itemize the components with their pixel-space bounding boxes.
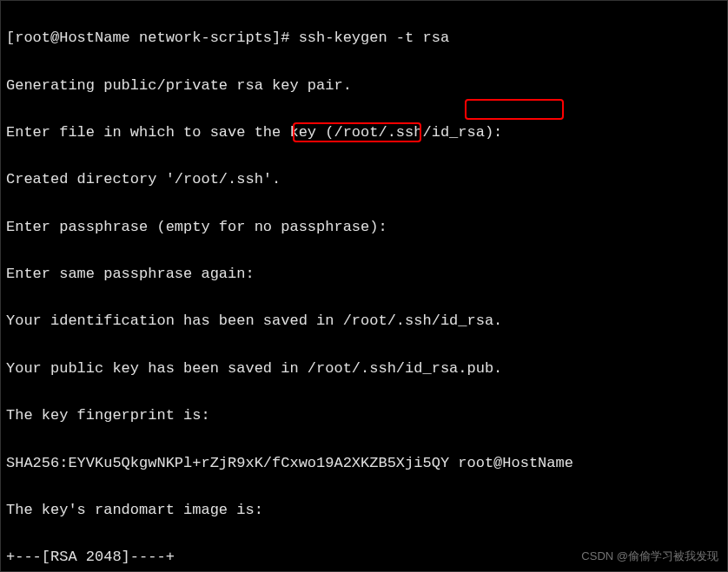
terminal-line: SHA256:EYVKu5QkgwNKPl+rZjR9xK/fCxwo19A2X… (6, 451, 722, 475)
terminal-line: Your identification has been saved in /r… (6, 309, 722, 332)
terminal-line: [root@HostName network-scripts]# ssh-key… (6, 26, 722, 49)
terminal-line: The key fingerprint is: (6, 404, 722, 427)
terminal-line: The key's randomart image is: (6, 498, 722, 522)
terminal-line: Enter file in which to save the key (/ro… (6, 121, 722, 144)
watermark-text: CSDN @偷偷学习被我发现 (581, 548, 718, 566)
terminal-line: Your public key has been saved in /root/… (6, 357, 722, 380)
terminal-line: Enter same passphrase again: (6, 262, 722, 286)
terminal-line: Created directory '/root/.ssh'. (6, 168, 722, 191)
terminal-line: Generating public/private rsa key pair. (6, 74, 722, 97)
terminal-line: Enter passphrase (empty for no passphras… (6, 215, 722, 239)
terminal-output[interactable]: [root@HostName network-scripts]# ssh-key… (6, 3, 722, 572)
